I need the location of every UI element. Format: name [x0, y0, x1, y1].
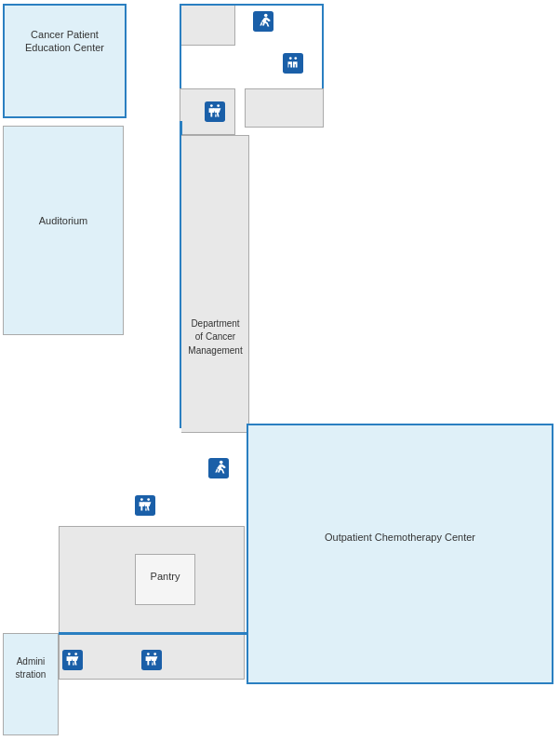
auditorium-label: Auditorium	[3, 214, 124, 227]
cancer-mgmt-label: Department of Cancer Management	[181, 317, 249, 357]
exit-icon-top	[251, 9, 275, 34]
svg-point-12	[147, 498, 150, 501]
outpatient-label: Outpatient Chemotherapy Center	[247, 531, 553, 544]
restroom-icon-bottom-right	[140, 648, 164, 672]
room-outpatient-chemo	[247, 424, 553, 684]
restroom-icon-bottom-left	[60, 648, 85, 672]
elevator-icon-top	[281, 51, 305, 75]
restroom-icon-middle	[133, 493, 157, 518]
exit-icon-middle	[207, 456, 231, 480]
cancer-patient-label: Cancer Patient Education Center	[3, 28, 127, 55]
room-cancer-patient-education	[3, 4, 127, 118]
room-cancer-mgmt	[181, 135, 249, 433]
svg-point-17	[147, 653, 150, 655]
svg-point-4	[294, 57, 297, 60]
floor-map: Cancer Patient Education Center Auditori…	[0, 0, 560, 741]
svg-point-18	[153, 653, 156, 655]
svg-point-1	[264, 14, 268, 18]
restroom-icon-top	[203, 100, 227, 124]
bottom-blue-border	[59, 632, 247, 635]
svg-point-15	[74, 653, 77, 655]
svg-point-11	[140, 498, 143, 501]
room-top-right-gray	[245, 88, 324, 128]
svg-point-9	[220, 461, 223, 465]
admin-label: Admini stration	[3, 654, 59, 681]
room-admin	[3, 633, 59, 735]
svg-point-7	[217, 104, 220, 107]
pantry-label: Pantry	[135, 570, 195, 583]
svg-point-6	[210, 104, 213, 107]
svg-point-14	[68, 653, 71, 655]
room-auditorium	[3, 126, 124, 335]
svg-point-3	[289, 57, 292, 60]
